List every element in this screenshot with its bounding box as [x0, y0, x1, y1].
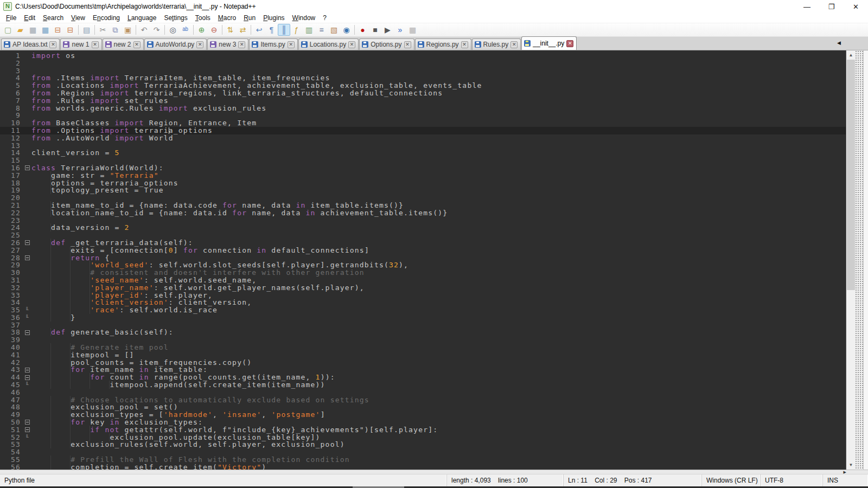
menu-item-?[interactable]: ?	[319, 14, 330, 22]
minimize-button[interactable]: —	[795, 0, 819, 13]
tab-close-icon[interactable]: ✕	[92, 41, 99, 48]
zoom-in-icon[interactable]: ⊕	[195, 24, 208, 36]
tab-close-icon[interactable]: ✕	[566, 40, 573, 47]
tab-new-2[interactable]: new 2✕	[103, 38, 144, 50]
menu-item-view[interactable]: View	[67, 14, 89, 22]
fold-collapse-icon[interactable]	[25, 330, 30, 335]
tab-rules-py[interactable]: Rules.py✕	[472, 38, 521, 50]
tab--init-py[interactable]: __init__.py✕	[521, 36, 577, 50]
scroll-right-arrow-icon[interactable]: ▶	[844, 470, 846, 474]
tab-close-icon[interactable]: ✕	[348, 41, 355, 48]
close-doc-icon[interactable]: ⊟	[52, 24, 64, 36]
view-splitter-handle[interactable]	[855, 50, 863, 470]
word-wrap-icon[interactable]: ↩	[253, 24, 265, 36]
menu-item-macro[interactable]: Macro	[214, 14, 240, 22]
close-button[interactable]: ✕	[844, 0, 868, 13]
menu-item-plugins[interactable]: Plugins	[259, 14, 288, 22]
code-line: 8from worlds.generic.Rules import exclus…	[0, 105, 846, 112]
tab-autoworld-py[interactable]: AutoWorld.py✕	[144, 38, 207, 50]
close-all-docs-icon[interactable]: ⊟	[64, 24, 76, 36]
code-line: 15	[0, 157, 846, 164]
save-icon[interactable]: ▦	[27, 24, 39, 36]
status-insert-mode[interactable]: INS	[823, 474, 868, 486]
cut-icon[interactable]: ✂	[97, 24, 109, 36]
tab-close-icon[interactable]: ✕	[196, 41, 203, 48]
code-line: 30 # consistent and doesn't interfere wi…	[0, 269, 846, 277]
code-text: 'player_name': self.world.get_player_nam…	[31, 284, 846, 292]
tab-regions-py[interactable]: Regions.py✕	[415, 38, 471, 50]
sync-horizontal-icon[interactable]: ⇄	[237, 24, 249, 36]
fold-collapse-icon[interactable]	[25, 240, 30, 245]
code-text: # consistent and doesn't interfere with …	[31, 269, 846, 277]
redo-icon[interactable]: ↷	[150, 24, 163, 36]
tab-options-py[interactable]: Options.py✕	[359, 38, 414, 50]
tab-close-icon[interactable]: ✕	[461, 41, 468, 48]
scroll-down-arrow-icon[interactable]: ▼	[846, 460, 856, 470]
open-folder-icon[interactable]: ▰	[14, 24, 27, 36]
line-number: 7	[0, 97, 23, 105]
line-number: 43	[0, 366, 23, 374]
toolbar-separator	[164, 25, 165, 35]
horizontal-scrollbar[interactable]: ▶	[0, 470, 868, 474]
record-macro-icon[interactable]: ●	[356, 24, 369, 36]
copy-icon[interactable]: ⧉	[109, 24, 122, 36]
scroll-up-arrow-icon[interactable]: ▲	[846, 50, 856, 60]
indent-guide-icon[interactable]: ║	[278, 24, 290, 36]
status-eol-format[interactable]: Windows (CR LF)	[702, 474, 761, 486]
undo-icon[interactable]: ↶	[138, 24, 150, 36]
doc-map-icon[interactable]: ▥	[303, 24, 315, 36]
tab-new-3[interactable]: new 3✕	[207, 38, 248, 50]
vertical-scrollbar-thumb[interactable]	[847, 60, 855, 290]
menu-item-run[interactable]: Run	[240, 14, 259, 22]
fold-collapse-icon[interactable]	[25, 165, 30, 170]
code-line: 38 def generate_basic(self):	[0, 329, 846, 336]
tab-new-1[interactable]: new 1✕	[60, 38, 101, 50]
doc-monitor-icon[interactable]: ◉	[340, 24, 353, 36]
tab-ap-ideas-txt[interactable]: AP Ideas.txt✕	[1, 38, 60, 50]
stop-macro-icon[interactable]: ■	[369, 24, 381, 36]
save-all-icon[interactable]: ▦	[39, 24, 52, 36]
print-icon[interactable]: ▤	[80, 24, 93, 36]
save-macro-icon[interactable]: ▦	[406, 24, 419, 36]
tab-close-icon[interactable]: ✕	[49, 41, 56, 48]
find-icon[interactable]: ◎	[167, 24, 179, 36]
paste-icon[interactable]: ▣	[122, 24, 134, 36]
folder-workspace-icon[interactable]: ▧	[328, 24, 340, 36]
zoom-out-icon[interactable]: ⊖	[208, 24, 220, 36]
code-text: exclusion_types = ['hardmode', 'insane',…	[31, 411, 846, 419]
tab-close-icon[interactable]: ✕	[404, 41, 411, 48]
play-macro-icon[interactable]: ▶	[381, 24, 394, 36]
line-number: 49	[0, 411, 23, 419]
menu-item-tools[interactable]: Tools	[192, 14, 214, 22]
restore-button[interactable]: ❐	[819, 0, 844, 13]
menu-item-encoding[interactable]: Encoding	[89, 14, 124, 22]
menu-item-settings[interactable]: Settings	[160, 14, 191, 22]
replace-icon[interactable]: ᵃᵇ	[179, 24, 192, 36]
menu-item-edit[interactable]: Edit	[20, 14, 39, 22]
tab-locations-py[interactable]: Locations.py✕	[298, 38, 359, 50]
tab-close-icon[interactable]: ✕	[288, 41, 295, 48]
tab-close-icon[interactable]: ✕	[133, 41, 141, 48]
doc-list-icon[interactable]: ≡	[315, 24, 328, 36]
show-all-chars-icon[interactable]: ¶	[265, 24, 278, 36]
menu-item-search[interactable]: Search	[39, 14, 67, 22]
run-macro-multi-icon[interactable]: »	[394, 24, 406, 36]
menu-item-language[interactable]: Language	[124, 14, 160, 22]
fold-collapse-icon[interactable]	[25, 255, 30, 260]
menu-item-file[interactable]: File	[2, 14, 20, 22]
code-editor[interactable]: 1import os234from .Items import Terraria…	[0, 50, 846, 470]
sync-vertical-icon[interactable]: ⇅	[224, 24, 237, 36]
function-list-icon[interactable]: ƒ	[290, 24, 303, 36]
tab-close-icon[interactable]: ✕	[238, 41, 245, 48]
status-encoding[interactable]: UTF-8	[761, 474, 823, 486]
vertical-scrollbar[interactable]: ▲ ▼	[846, 50, 855, 470]
tab-close-icon[interactable]: ✕	[510, 41, 518, 48]
fold-collapse-icon[interactable]	[25, 368, 30, 373]
tab-scroll-left-icon[interactable]: ◀	[837, 40, 841, 46]
menu-item-window[interactable]: Window	[289, 14, 320, 22]
fold-collapse-icon[interactable]	[25, 427, 30, 432]
tab-items-py[interactable]: Items.py✕	[249, 38, 297, 50]
fold-collapse-icon[interactable]	[25, 420, 30, 425]
new-file-icon[interactable]: ▢	[2, 24, 14, 36]
fold-collapse-icon[interactable]	[25, 375, 30, 380]
